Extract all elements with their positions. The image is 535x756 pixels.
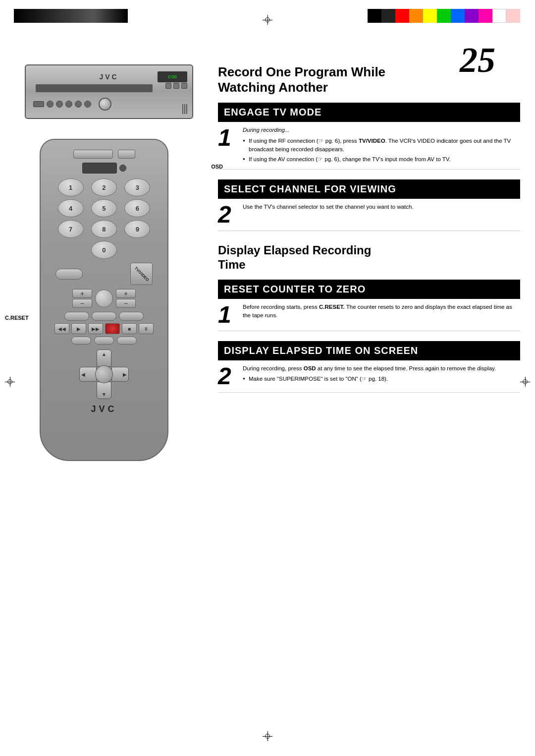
plus-btn[interactable]: + [72, 289, 92, 298]
ffwd-btn[interactable]: ▶▶ [88, 323, 103, 334]
vcr-slot [36, 84, 153, 92]
vcr-right-buttons [165, 83, 187, 89]
stop-btn[interactable]: ■ [122, 323, 137, 334]
remote-row-btns [51, 312, 158, 321]
oval-btn-2[interactable] [92, 312, 116, 321]
step3-text: Before recording starts, press C.RESET. … [243, 303, 520, 320]
vcr-brand: JVC [99, 73, 118, 81]
crosshair-top [263, 15, 272, 25]
vcr-vent [182, 104, 187, 114]
step3-number: 1 [218, 303, 238, 327]
step4-bullet-1: Make sure "SUPERIMPOSE" is set to "ON" (… [243, 375, 520, 383]
osd-label: OSD [211, 164, 223, 170]
step1-bullet-2: If using the AV connection (☞ pg. 6), ch… [243, 155, 520, 164]
step1-content: During recording... If using the RF conn… [243, 126, 520, 165]
num-btn-6[interactable]: 6 [124, 199, 150, 217]
section2-heading: Display Elapsed Recording Time [218, 243, 520, 272]
num-btn-4[interactable]: 4 [58, 199, 84, 217]
vcr-controls [33, 98, 111, 111]
step2-section: SELECT CHANNEL FOR VIEWING 2 Use the TV'… [218, 179, 520, 231]
step4-header-text: DISPLAY ELAPSED TIME ON SCREEN [224, 345, 418, 356]
step2-text: Use the TV's channel selector to set the… [243, 203, 520, 211]
left-column: JVC 0:00 [15, 64, 203, 461]
step4-text: During recording, press OSD at any time … [243, 364, 520, 373]
creset-btn[interactable] [55, 269, 83, 280]
step4-section: DISPLAY ELAPSED TIME ON SCREEN 2 During … [218, 341, 520, 393]
numpad: 1 2 3 4 5 6 7 8 9 0 [55, 178, 153, 259]
vcr-display: 0:00 [158, 71, 187, 82]
dpad-center[interactable] [95, 365, 113, 383]
remote: 1 2 3 4 5 6 7 8 9 0 TV/VID [40, 139, 168, 461]
remote-top-btn-right[interactable] [118, 150, 135, 159]
step3-content: Before recording starts, press C.RESET. … [243, 303, 520, 327]
plus-btn-2[interactable]: + [116, 289, 136, 298]
plus-minus-group-2: + − [116, 289, 136, 308]
play-btn[interactable]: ▶ [71, 323, 86, 334]
step1-header: ENGAGE TV MODE [218, 103, 520, 122]
plus-minus-group: + − [72, 289, 92, 308]
step3-section: RESET COUNTER TO ZERO 1 Before recording… [218, 280, 520, 331]
remote-display-area [51, 163, 158, 174]
oval-btn-1[interactable] [64, 312, 89, 321]
small-oval-3[interactable] [117, 337, 137, 345]
step1-bullet-1: If using the RF connection (☞ pg. 6), pr… [243, 137, 520, 154]
step1-number: 1 [218, 126, 238, 165]
oval-btn-3[interactable] [119, 312, 144, 321]
section1-title: Record One Program While Watching Anothe… [218, 64, 520, 95]
step3-body: 1 Before recording starts, press C.RESET… [218, 299, 520, 331]
remote-top-buttons [51, 150, 158, 159]
num-btn-8[interactable]: 8 [91, 220, 117, 238]
crosshair-right [520, 377, 530, 387]
step1-body: 1 During recording... If using the RF co… [218, 122, 520, 170]
num-btn-1[interactable]: 1 [58, 178, 84, 196]
right-column: Record One Program While Watching Anothe… [218, 64, 520, 461]
dpad-down[interactable]: ▼ [97, 382, 111, 399]
step3-header: RESET COUNTER TO ZERO [218, 280, 520, 299]
remote-container: OSD C.RESET 1 2 3 4 [40, 139, 203, 461]
color-bar [368, 9, 520, 23]
step4-header: DISPLAY ELAPSED TIME ON SCREEN [218, 341, 520, 360]
small-oval-1[interactable] [71, 337, 91, 345]
step1-section: ENGAGE TV MODE 1 During recording... If … [218, 103, 520, 170]
dpad: ▲ ▼ ◀ ▶ [79, 349, 129, 399]
step1-during: During recording... [243, 126, 520, 134]
dpad-container: ▲ ▼ ◀ ▶ [51, 349, 158, 399]
num-btn-0[interactable]: 0 [91, 241, 117, 259]
num-btn-5[interactable]: 5 [91, 199, 117, 217]
remote-brand: JVC [51, 404, 158, 414]
step3-header-text: RESET COUNTER TO ZERO [224, 284, 366, 295]
num-btn-9[interactable]: 9 [124, 220, 150, 238]
step2-header: SELECT CHANNEL FOR VIEWING [218, 179, 520, 199]
step4-number: 2 [218, 364, 238, 388]
num-btn-2[interactable]: 2 [91, 178, 117, 196]
step2-body: 2 Use the TV's channel selector to set t… [218, 199, 520, 231]
step2-number: 2 [218, 203, 238, 227]
minus-btn-2[interactable]: − [116, 299, 136, 308]
rewind-btn[interactable]: ◀◀ [54, 323, 69, 334]
num-btn-3[interactable]: 3 [124, 178, 150, 196]
remote-top-btn-left[interactable] [73, 150, 113, 159]
remote-display [82, 163, 117, 174]
dpad-right[interactable]: ▶ [111, 367, 129, 382]
remote-small-btns [51, 337, 158, 345]
step2-header-text: SELECT CHANNEL FOR VIEWING [224, 183, 396, 195]
minus-btn[interactable]: − [72, 299, 92, 308]
step2-content: Use the TV's channel selector to set the… [243, 203, 520, 227]
num-btn-7[interactable]: 7 [58, 220, 84, 238]
tvvideo-btn[interactable]: TV/VIDEO [130, 263, 153, 285]
top-black-bar [14, 9, 128, 23]
remote-round-center[interactable] [95, 290, 113, 307]
step1-header-text: ENGAGE TV MODE [224, 107, 321, 118]
crosshair-left [5, 377, 15, 387]
dpad-up[interactable]: ▲ [97, 349, 111, 367]
crosshair-bottom [263, 731, 272, 741]
remote-indicator [119, 165, 126, 172]
section2-title: Display Elapsed Recording Time [218, 243, 520, 272]
pause-btn[interactable]: ⏸ [139, 323, 154, 334]
step4-body: 2 During recording, press OSD at any tim… [218, 360, 520, 393]
dpad-left[interactable]: ◀ [79, 367, 97, 382]
step4-content: During recording, press OSD at any time … [243, 364, 520, 388]
record-btn[interactable] [105, 323, 120, 334]
small-oval-2[interactable] [94, 337, 114, 345]
remote-mid-btns: + − + − [51, 289, 158, 308]
